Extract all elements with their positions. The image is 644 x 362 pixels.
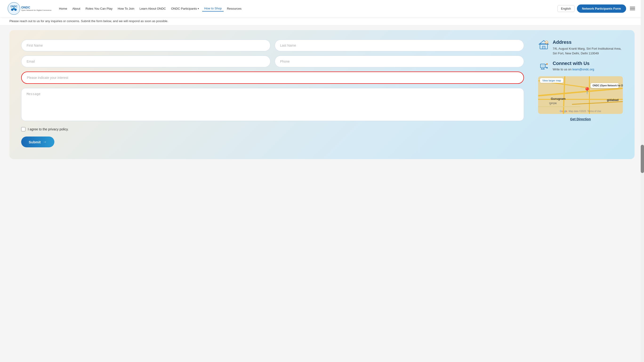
main-content: I agree to the privacy policy. Submit → (0, 26, 644, 168)
submit-button[interactable]: Submit → (21, 136, 54, 147)
submit-label: Submit (29, 140, 41, 144)
interest-input[interactable] (21, 72, 524, 84)
map-label-gurugram: Gurugram (551, 97, 566, 100)
map-label-gurugram-hindi: गुरुग्राम (549, 102, 557, 105)
network-participants-form-button[interactable]: Network Participants Form (577, 4, 626, 13)
nav-home[interactable]: Home (57, 6, 69, 11)
svg-rect-9 (542, 46, 545, 49)
notice-bar: Please reach out to us for any inquiries… (0, 17, 644, 26)
map-terms-text: Terms of Use (587, 110, 601, 112)
connect-email[interactable]: team@ondc.org (572, 68, 594, 71)
connect-desc: Write to us on team@ondc.org (553, 68, 594, 71)
map-view-larger-button[interactable]: View larger map (540, 78, 563, 83)
logo[interactable]: ONDC ONDC Open Network for Digital Comme… (8, 2, 51, 15)
map-inner: Gurugram गुरुग्राम gidabad 33 Google Map… (538, 76, 623, 114)
privacy-label: I agree to the privacy policy. (28, 127, 68, 131)
last-name-field (275, 40, 524, 51)
hamburger-line-3 (630, 10, 635, 10)
map-label-ghaziabad: gidabad (607, 98, 618, 102)
scrollbar-thumb[interactable] (641, 145, 644, 168)
map-google-logo: Google Map data ©2023 Terms of Use (560, 110, 601, 112)
notice-text: Please reach out to us for any inquiries… (10, 19, 168, 23)
email-input[interactable] (21, 56, 270, 67)
nav-learn[interactable]: Learn About ONDC (138, 6, 168, 11)
submit-arrow-icon: → (43, 140, 47, 144)
connect-icon (538, 61, 550, 72)
last-name-input[interactable] (275, 40, 524, 51)
map-container: Gurugram गुरुग्राम gidabad 33 Google Map… (538, 76, 623, 114)
hamburger-line-1 (630, 7, 635, 7)
nav-how-to-join[interactable]: How To Join (116, 6, 136, 11)
map-road-d2 (572, 101, 623, 104)
message-field (21, 88, 524, 122)
email-phone-row (21, 56, 524, 67)
contact-section: ★ Address 7/6, August Kranti Marg, Siri … (538, 40, 623, 121)
get-direction-link[interactable]: Get Direction (538, 117, 623, 121)
phone-input[interactable] (275, 56, 524, 67)
svg-text:ONDC: ONDC (10, 5, 17, 8)
address-title: Address (553, 40, 623, 45)
map-pin-icon: 📍 (583, 87, 591, 94)
email-field (21, 56, 270, 67)
nav-links: Home About Roles You Can Play How To Joi… (57, 6, 557, 12)
hamburger-line-2 (630, 8, 635, 9)
map-pin-label: ONDC (Open Network for Digital Commerce) (590, 83, 619, 88)
navbar: ONDC ONDC Open Network for Digital Comme… (0, 0, 644, 17)
address-icon: ★ (538, 40, 550, 51)
svg-point-19 (546, 67, 548, 68)
privacy-row: I agree to the privacy policy. (21, 127, 524, 131)
logo-sub-text: Open Network for Digital Commerce (21, 9, 51, 12)
map-road-v2 (589, 76, 590, 114)
logo-icon: ONDC (8, 2, 20, 15)
connect-title: Connect with Us (553, 61, 594, 66)
map-data-text: Map data ©2023 (569, 110, 586, 112)
interest-field (21, 72, 524, 84)
nav-participants-dropdown[interactable]: ONDC Participants (169, 6, 201, 11)
hamburger-menu-button[interactable] (628, 6, 636, 12)
address-block: ★ Address 7/6, August Kranti Marg, Siri … (538, 40, 623, 56)
map-road-h1 (538, 88, 622, 96)
scrollbar[interactable] (641, 0, 644, 168)
svg-text:★: ★ (546, 42, 548, 44)
svg-rect-15 (541, 65, 544, 67)
form-card: I agree to the privacy policy. Submit → (10, 30, 634, 159)
svg-point-18 (546, 63, 548, 65)
map-road-light2 (538, 106, 580, 107)
connect-block: Connect with Us Write to us on team@ondc… (538, 61, 623, 72)
nav-roles[interactable]: Roles You Can Play (84, 6, 114, 11)
address-text: Address 7/6, August Kranti Marg, Siri Fo… (553, 40, 623, 56)
connect-text: Connect with Us Write to us on team@ondc… (553, 61, 594, 71)
map-road-v1 (563, 76, 566, 114)
form-section: I agree to the privacy policy. Submit → (21, 40, 524, 147)
privacy-checkbox[interactable] (21, 127, 26, 131)
message-textarea[interactable] (21, 88, 524, 121)
nav-shop[interactable]: How to Shop (202, 6, 224, 12)
name-row (21, 40, 524, 51)
address-body: 7/6, August Kranti Marg, Siri Fort Insti… (553, 46, 623, 56)
phone-field (275, 56, 524, 67)
first-name-field (21, 40, 270, 51)
nav-about[interactable]: About (70, 6, 82, 11)
language-button[interactable]: English (558, 5, 574, 12)
nav-resources[interactable]: Resources (225, 6, 244, 11)
first-name-input[interactable] (21, 40, 270, 51)
nav-right: English Network Participants Form (558, 4, 636, 13)
logo-main-text: ONDC (21, 6, 51, 9)
